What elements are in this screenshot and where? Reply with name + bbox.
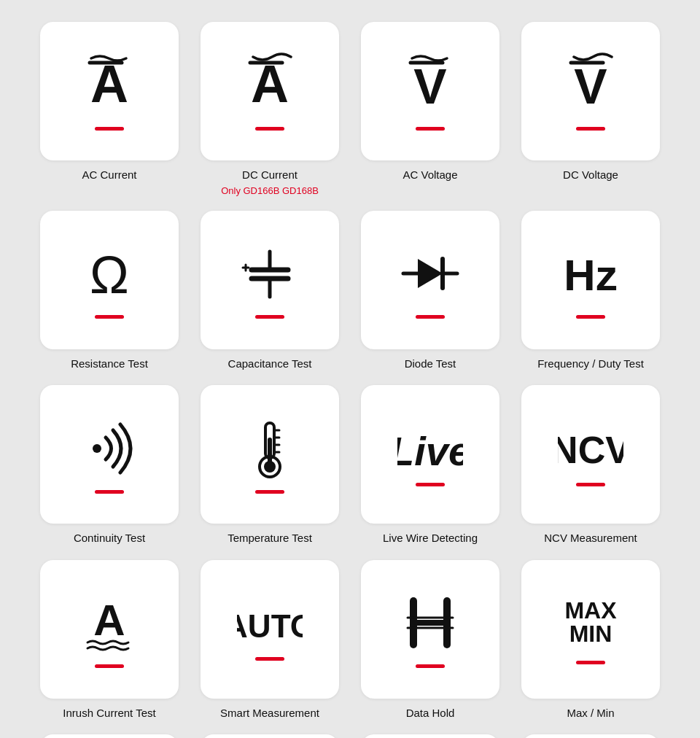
cell-shutdown: Automatic Shut-down bbox=[521, 734, 660, 738]
card-frequency: Hz bbox=[521, 211, 660, 349]
cell-dc-voltage: V DC Voltage bbox=[521, 22, 660, 196]
red-bar bbox=[416, 127, 445, 131]
label-dc-current: DC Current bbox=[242, 168, 298, 182]
label-frequency: Frequency / Duty Test bbox=[537, 357, 644, 371]
card-battery bbox=[361, 734, 499, 738]
card-continuity bbox=[40, 385, 179, 524]
svg-text:Hz: Hz bbox=[564, 251, 617, 300]
frequency-icon: Hz bbox=[558, 241, 623, 306]
svg-text:V: V bbox=[413, 58, 446, 114]
red-bar bbox=[255, 490, 284, 494]
card-ac-current: A bbox=[40, 22, 179, 160]
label-diode: Diode Test bbox=[405, 357, 456, 371]
label-ac-voltage: AC Voltage bbox=[402, 168, 457, 182]
cell-smart: AUTO Smart Measurement bbox=[201, 560, 339, 720]
label-temperature: Temperature Test bbox=[228, 531, 312, 545]
cell-screen: HD Color Screen bbox=[40, 734, 179, 738]
red-bar bbox=[95, 315, 124, 319]
svg-text:MIN: MIN bbox=[569, 621, 612, 647]
cell-ncv: NCV NCV Measurement bbox=[521, 385, 660, 545]
red-bar bbox=[255, 657, 284, 661]
temperature-icon bbox=[237, 416, 303, 481]
card-ac-voltage: V bbox=[361, 22, 499, 160]
continuity-icon bbox=[77, 416, 142, 481]
label-smart: Smart Measurement bbox=[220, 706, 319, 720]
card-dc-voltage: V bbox=[521, 22, 660, 160]
cell-live-wire: Live Live Wire Detecting bbox=[361, 385, 499, 545]
feature-grid: A AC Current A DC Current Only GD166B GD… bbox=[40, 22, 660, 738]
red-bar bbox=[95, 664, 124, 668]
label-continuity: Continuity Test bbox=[74, 531, 145, 545]
svg-text:A: A bbox=[93, 596, 125, 645]
svg-point-24 bbox=[264, 461, 276, 473]
svg-text:AUTO: AUTO bbox=[237, 608, 303, 644]
card-inrush: A bbox=[40, 560, 179, 699]
red-bar bbox=[416, 315, 445, 319]
resistance-icon: Ω bbox=[77, 241, 142, 306]
red-bar bbox=[416, 483, 445, 486]
cell-battery: Low Battery Indication bbox=[361, 734, 499, 738]
cell-flashlight: Flashlight Lighting bbox=[201, 734, 339, 738]
cell-inrush: A Inrush Current Test bbox=[40, 560, 179, 720]
svg-text:MAX: MAX bbox=[564, 597, 617, 624]
cell-datahold: Data Hold bbox=[361, 560, 499, 720]
red-bar bbox=[255, 127, 284, 131]
cell-capacitance: Capacitance Test bbox=[201, 211, 339, 371]
svg-text:Live: Live bbox=[397, 428, 463, 474]
svg-text:NCV: NCV bbox=[558, 429, 623, 471]
card-resistance: Ω bbox=[40, 211, 179, 349]
card-capacitance bbox=[201, 211, 339, 349]
label-datahold: Data Hold bbox=[406, 706, 455, 720]
red-bar bbox=[576, 127, 605, 131]
label-ac-current: AC Current bbox=[82, 168, 136, 182]
cell-maxmin: MAX MIN Max / Min bbox=[521, 560, 660, 720]
svg-text:Ω: Ω bbox=[90, 246, 129, 304]
card-temperature bbox=[201, 385, 339, 524]
card-maxmin: MAX MIN bbox=[521, 560, 660, 699]
cell-temperature: Temperature Test bbox=[201, 385, 339, 545]
label-dc-voltage: DC Voltage bbox=[563, 168, 618, 182]
card-shutdown bbox=[521, 734, 660, 738]
live-wire-icon: Live bbox=[397, 423, 463, 474]
maxmin-icon: MAX MIN bbox=[558, 594, 623, 652]
label-inrush: Inrush Current Test bbox=[63, 706, 155, 720]
red-bar bbox=[416, 664, 445, 668]
label-live-wire: Live Wire Detecting bbox=[383, 531, 478, 545]
card-ncv: NCV bbox=[521, 385, 660, 524]
inrush-icon: A bbox=[77, 590, 142, 656]
label-ncv: NCV Measurement bbox=[544, 531, 637, 545]
card-diode bbox=[361, 211, 499, 349]
red-bar bbox=[95, 490, 124, 494]
card-smart: AUTO bbox=[201, 560, 339, 699]
cell-ac-current: A AC Current bbox=[40, 22, 179, 196]
cell-frequency: Hz Frequency / Duty Test bbox=[521, 211, 660, 371]
cell-dc-current: A DC Current Only GD166B GD168B bbox=[201, 22, 339, 196]
red-bar bbox=[576, 315, 605, 319]
smart-icon: AUTO bbox=[237, 597, 303, 648]
cell-continuity: Continuity Test bbox=[40, 385, 179, 545]
ac-current-icon: A bbox=[77, 53, 142, 118]
label-capacitance: Capacitance Test bbox=[228, 357, 312, 371]
red-bar bbox=[255, 315, 284, 319]
red-bar bbox=[95, 127, 124, 131]
svg-text:V: V bbox=[574, 58, 607, 114]
capacitance-icon bbox=[237, 241, 303, 306]
card-dc-current: A bbox=[201, 22, 339, 160]
label-maxmin: Max / Min bbox=[567, 706, 614, 720]
dc-current-icon: A bbox=[237, 53, 303, 118]
card-screen bbox=[40, 734, 179, 738]
dc-voltage-icon: V bbox=[558, 53, 623, 118]
ac-voltage-icon: V bbox=[397, 53, 463, 118]
card-datahold bbox=[361, 560, 499, 699]
cell-ac-voltage: V AC Voltage bbox=[361, 22, 499, 196]
svg-marker-16 bbox=[418, 259, 443, 288]
sub-label-dc-current: Only GD166B GD168B bbox=[221, 185, 319, 196]
label-resistance: Resistance Test bbox=[71, 357, 148, 371]
cell-resistance: Ω Resistance Test bbox=[40, 211, 179, 371]
datahold-icon bbox=[397, 590, 463, 656]
card-live-wire: Live bbox=[361, 385, 499, 524]
red-bar bbox=[576, 483, 605, 486]
red-bar bbox=[576, 661, 605, 664]
card-flashlight bbox=[201, 734, 339, 738]
ncv-icon: NCV bbox=[558, 423, 623, 474]
